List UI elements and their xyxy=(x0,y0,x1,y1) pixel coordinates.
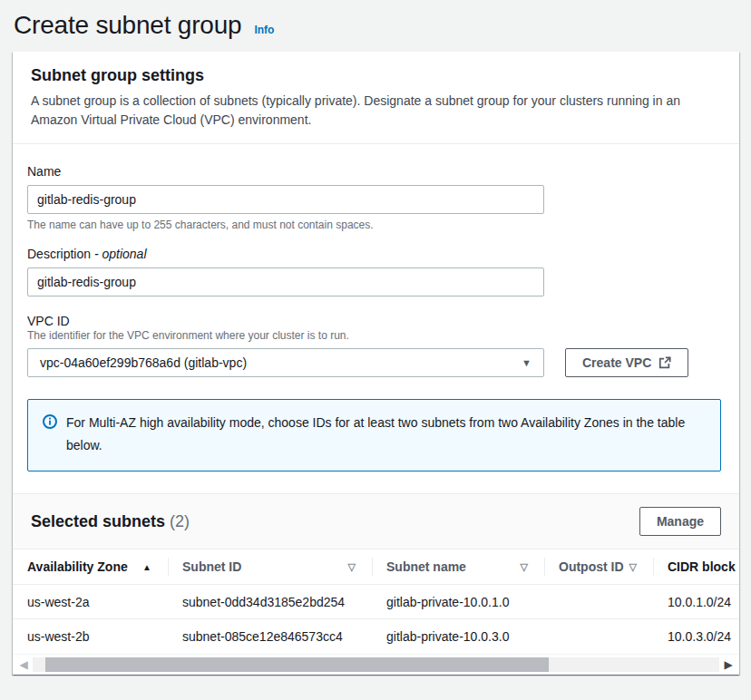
alert-text: For Multi-AZ high availability mode, cho… xyxy=(66,412,692,457)
vpc-field-group: VPC ID The identifier for the VPC enviro… xyxy=(27,314,721,377)
page-title: Create subnet group xyxy=(14,11,241,39)
cell-subnet-id: subnet-0dd34d3185e2bd254 xyxy=(168,595,372,609)
vpc-row: vpc-04a60ef299b768a6d (gitlab-vpc) ▼ Cre… xyxy=(27,348,721,377)
create-vpc-button-label: Create VPC xyxy=(582,355,651,370)
column-label: Outpost ID xyxy=(559,559,624,574)
settings-card-description: A subnet group is a collection of subnet… xyxy=(31,92,721,130)
subnet-table: Availability Zone ▲ Subnet ID ▽ Subnet n… xyxy=(13,549,739,654)
column-header-subnet-name[interactable]: Subnet name ▽ xyxy=(372,549,544,584)
horizontal-scrollbar[interactable]: ◀ ▶ xyxy=(13,654,739,675)
sort-indicator-icon: ▽ xyxy=(348,561,356,573)
cell-subnet-name: gitlab-private-10.0.3.0 xyxy=(372,629,544,644)
page-header: Create subnet group Info xyxy=(0,0,751,52)
manage-button[interactable]: Manage xyxy=(639,507,721,536)
scrollbar-left-arrow-icon[interactable]: ◀ xyxy=(16,657,31,672)
cell-availability-zone: us-west-2b xyxy=(13,629,168,644)
cell-cidr-block: 10.0.3.0/24 xyxy=(653,629,739,644)
subnet-table-header-row: Availability Zone ▲ Subnet ID ▽ Subnet n… xyxy=(13,549,739,585)
scrollbar-thumb[interactable] xyxy=(45,657,549,672)
column-header-cidr-block: CIDR block xyxy=(653,549,739,584)
vpc-selected-value: vpc-04a60ef299b768a6d (gitlab-vpc) xyxy=(40,355,247,370)
column-label: Subnet name xyxy=(386,559,466,574)
name-help-text: The name can have up to 255 characters, … xyxy=(27,219,721,231)
scrollbar-track[interactable] xyxy=(33,657,719,672)
description-label: Description - optional xyxy=(27,247,721,261)
cell-cidr-block: 10.0.1.0/24 xyxy=(653,595,739,609)
vpc-help-text: The identifier for the VPC environment w… xyxy=(27,329,721,342)
info-circle-icon xyxy=(43,414,57,429)
selected-subnets-header: Selected subnets (2) Manage xyxy=(13,493,739,549)
name-input[interactable] xyxy=(27,185,544,214)
vpc-label: VPC ID xyxy=(27,314,721,328)
selected-subnets-title: Selected subnets (2) xyxy=(31,512,190,531)
external-link-icon xyxy=(658,356,671,369)
cell-subnet-name: gitlab-private-10.0.1.0 xyxy=(372,595,544,609)
description-field-group: Description - optional xyxy=(27,247,721,297)
name-field-group: Name The name can have up to 255 charact… xyxy=(27,164,721,231)
selected-subnets-count: (2) xyxy=(170,512,190,530)
settings-form: Name The name can have up to 255 charact… xyxy=(13,144,739,493)
name-label: Name xyxy=(27,164,721,179)
cell-subnet-id: subnet-085ce12e846573cc4 xyxy=(168,629,372,644)
cell-availability-zone: us-west-2a xyxy=(13,595,168,609)
description-input[interactable] xyxy=(27,267,544,297)
settings-card-title: Subnet group settings xyxy=(31,66,721,85)
column-header-outpost-id[interactable]: Outpost ID ▽ xyxy=(544,549,653,584)
dropdown-caret-icon: ▼ xyxy=(522,357,532,368)
create-vpc-button[interactable]: Create VPC xyxy=(565,348,688,377)
settings-card-header: Subnet group settings A subnet group is … xyxy=(13,52,739,144)
subnet-table-viewport: Availability Zone ▲ Subnet ID ▽ Subnet n… xyxy=(13,549,739,654)
column-header-subnet-id[interactable]: Subnet ID ▽ xyxy=(168,549,372,584)
multi-az-info-alert: For Multi-AZ high availability mode, cho… xyxy=(27,399,721,472)
sort-indicator-icon: ▽ xyxy=(629,561,637,573)
column-header-availability-zone[interactable]: Availability Zone ▲ xyxy=(13,549,168,584)
description-label-text: Description xyxy=(27,247,91,261)
scrollbar-right-arrow-icon[interactable]: ▶ xyxy=(721,657,736,672)
sort-ascending-icon: ▲ xyxy=(142,562,151,572)
create-subnet-group-card: Subnet group settings A subnet group is … xyxy=(13,52,739,675)
column-label: Subnet ID xyxy=(182,559,241,574)
column-label: CIDR block xyxy=(668,559,736,574)
vpc-select[interactable]: vpc-04a60ef299b768a6d (gitlab-vpc) ▼ xyxy=(27,348,544,377)
description-optional-text: - optional xyxy=(94,247,147,261)
selected-subnets-title-text: Selected subnets xyxy=(31,512,165,530)
table-row: us-west-2a subnet-0dd34d3185e2bd254 gitl… xyxy=(13,585,739,619)
column-label: Availability Zone xyxy=(27,559,128,574)
info-link[interactable]: Info xyxy=(254,24,274,36)
sort-indicator-icon: ▽ xyxy=(521,561,528,573)
table-row: us-west-2b subnet-085ce12e846573cc4 gitl… xyxy=(13,619,739,654)
manage-button-label: Manage xyxy=(657,514,704,529)
